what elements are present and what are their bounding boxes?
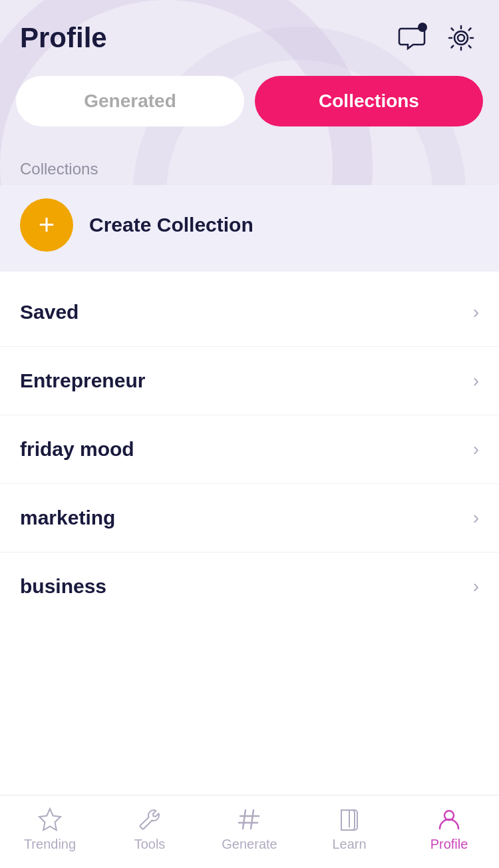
list-item[interactable]: Saved ›	[0, 278, 499, 347]
nav-label-learn: Learn	[332, 837, 366, 852]
nav-label-trending: Trending	[24, 837, 76, 852]
create-collection-row: + Create Collection	[0, 185, 499, 272]
chevron-right-icon: ›	[473, 302, 479, 323]
chevron-right-icon: ›	[473, 576, 479, 597]
person-icon	[436, 806, 462, 833]
collection-item-label: Saved	[20, 301, 79, 324]
collections-list: Saved › Entrepreneur › friday mood › mar…	[0, 272, 499, 801]
nav-item-learn[interactable]: Learn	[299, 806, 399, 852]
collection-item-label: marketing	[20, 507, 115, 529]
collection-item-label: friday mood	[20, 438, 134, 461]
bottom-nav: Trending Tools Generate Learn Profile	[0, 795, 499, 868]
notification-dot	[418, 23, 427, 32]
svg-line-3	[243, 810, 246, 829]
nav-item-tools[interactable]: Tools	[100, 806, 200, 852]
settings-button[interactable]	[443, 20, 479, 56]
plus-icon: +	[39, 211, 55, 239]
book-icon	[336, 806, 363, 833]
nav-label-profile: Profile	[430, 837, 468, 852]
nav-item-profile[interactable]: Profile	[399, 806, 499, 852]
list-item[interactable]: business ›	[0, 552, 499, 620]
settings-icon	[446, 23, 476, 53]
hash-icon	[236, 806, 263, 833]
collection-item-label: Entrepreneur	[20, 369, 145, 392]
tab-generated[interactable]: Generated	[16, 76, 244, 126]
message-button[interactable]	[394, 20, 430, 56]
create-collection-label: Create Collection	[89, 214, 253, 236]
list-item[interactable]: marketing ›	[0, 484, 499, 552]
collections-section-label: Collections	[0, 146, 499, 185]
nav-item-generate[interactable]: Generate	[200, 806, 299, 852]
header: Profile	[0, 0, 499, 69]
tabs-container: Generated Collections	[0, 69, 499, 146]
tools-icon	[136, 806, 163, 833]
tab-collections[interactable]: Collections	[255, 76, 483, 126]
nav-label-tools: Tools	[134, 837, 166, 852]
svg-marker-2	[39, 809, 61, 830]
star-icon	[37, 806, 63, 833]
svg-line-4	[251, 810, 253, 829]
list-item[interactable]: friday mood ›	[0, 415, 499, 484]
chevron-right-icon: ›	[473, 370, 479, 391]
create-collection-button[interactable]: +	[20, 198, 73, 252]
chevron-right-icon: ›	[473, 507, 479, 529]
nav-label-generate: Generate	[222, 837, 277, 852]
svg-point-1	[454, 31, 468, 45]
header-icons	[394, 20, 479, 56]
page-title: Profile	[20, 22, 107, 54]
collection-item-label: business	[20, 575, 106, 598]
nav-item-trending[interactable]: Trending	[0, 806, 100, 852]
chevron-right-icon: ›	[473, 439, 479, 460]
svg-point-0	[458, 35, 464, 41]
list-item[interactable]: Entrepreneur ›	[0, 347, 499, 415]
